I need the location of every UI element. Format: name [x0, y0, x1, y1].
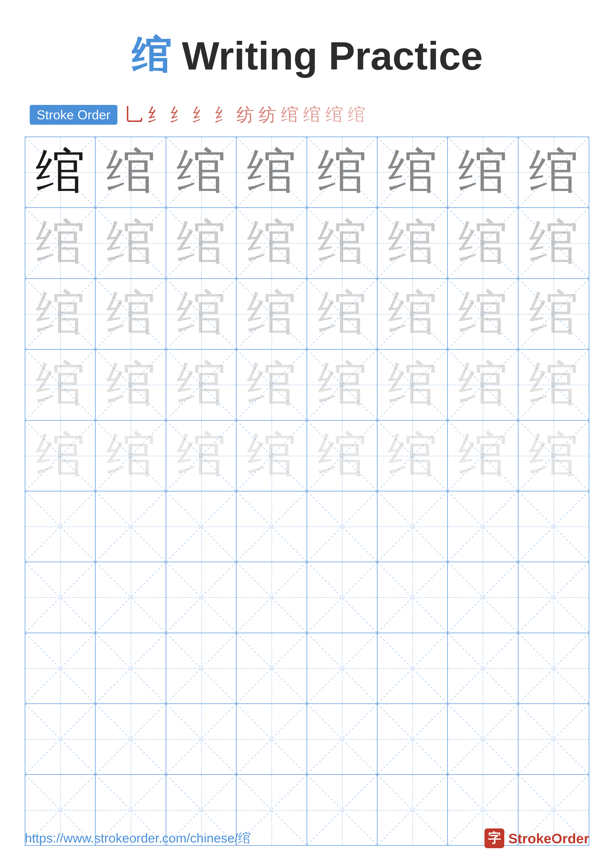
- stroke-order-row: Stroke Order 乚纟纟纟纟纺纺绾绾绾绾: [25, 103, 589, 127]
- grid-cell-2-7[interactable]: 绾: [518, 279, 589, 349]
- grid-cell-5-4[interactable]: [307, 491, 378, 562]
- grid-cell-8-4[interactable]: [307, 704, 378, 774]
- grid-cell-3-5[interactable]: 绾: [378, 350, 448, 420]
- grid-cell-8-6[interactable]: [448, 704, 518, 774]
- grid-cell-5-1[interactable]: [96, 491, 166, 562]
- grid-cell-6-5[interactable]: [378, 562, 448, 632]
- practice-char-2-7: 绾: [518, 279, 589, 349]
- grid-cell-7-7[interactable]: [518, 633, 589, 704]
- practice-char-4-0: 绾: [25, 421, 95, 491]
- practice-char-4-2: 绾: [166, 421, 236, 491]
- brand-icon: 字: [485, 828, 504, 848]
- grid-cell-3-6[interactable]: 绾: [448, 350, 518, 420]
- grid-cell-2-2[interactable]: 绾: [166, 279, 236, 349]
- grid-cell-3-0[interactable]: 绾: [25, 350, 96, 420]
- grid-cell-2-5[interactable]: 绾: [378, 279, 448, 349]
- grid-row-8: [25, 704, 589, 775]
- grid-cell-1-1[interactable]: 绾: [96, 208, 166, 278]
- grid-cell-0-4[interactable]: 绾: [307, 137, 378, 207]
- stroke-step-5: 纺: [236, 103, 254, 127]
- grid-cell-3-3[interactable]: 绾: [236, 350, 307, 420]
- grid-cell-0-2[interactable]: 绾: [166, 137, 236, 207]
- grid-cell-7-2[interactable]: [166, 633, 236, 704]
- title-text: Writing Practice: [171, 34, 483, 78]
- stroke-step-3: 纟: [192, 103, 210, 127]
- grid-cell-6-6[interactable]: [448, 562, 518, 632]
- grid-cell-4-0[interactable]: 绾: [25, 421, 96, 491]
- grid-row-6: [25, 562, 589, 633]
- stroke-step-6: 纺: [259, 103, 277, 127]
- grid-cell-4-4[interactable]: 绾: [307, 421, 378, 491]
- practice-char-1-4: 绾: [307, 208, 377, 278]
- grid-cell-7-6[interactable]: [448, 633, 518, 704]
- grid-cell-8-5[interactable]: [378, 704, 448, 774]
- practice-char-3-6: 绾: [448, 350, 518, 420]
- grid-row-2: 绾 绾 绾 绾 绾 绾 绾 绾: [25, 279, 589, 350]
- grid-cell-5-6[interactable]: [448, 491, 518, 562]
- practice-char-3-5: 绾: [378, 350, 447, 420]
- grid-cell-1-0[interactable]: 绾: [25, 208, 96, 278]
- grid-cell-4-3[interactable]: 绾: [236, 421, 307, 491]
- grid-cell-4-5[interactable]: 绾: [378, 421, 448, 491]
- grid-cell-0-6[interactable]: 绾: [448, 137, 518, 207]
- writing-grid[interactable]: 绾 绾 绾 绾 绾 绾 绾 绾: [25, 136, 589, 846]
- practice-char-4-1: 绾: [96, 421, 165, 491]
- grid-cell-4-1[interactable]: 绾: [96, 421, 166, 491]
- grid-cell-1-7[interactable]: 绾: [518, 208, 589, 278]
- stroke-step-1: 纟: [147, 103, 165, 127]
- grid-cell-3-1[interactable]: 绾: [96, 350, 166, 420]
- grid-cell-5-5[interactable]: [378, 491, 448, 562]
- grid-cell-5-7[interactable]: [518, 491, 589, 562]
- grid-cell-8-0[interactable]: [25, 704, 96, 774]
- grid-cell-1-3[interactable]: 绾: [236, 208, 307, 278]
- grid-cell-2-3[interactable]: 绾: [236, 279, 307, 349]
- grid-cell-1-2[interactable]: 绾: [166, 208, 236, 278]
- practice-char-0-2: 绾: [166, 137, 236, 207]
- grid-cell-6-3[interactable]: [236, 562, 307, 632]
- grid-cell-2-0[interactable]: 绾: [25, 279, 96, 349]
- grid-cell-7-5[interactable]: [378, 633, 448, 704]
- grid-cell-0-0[interactable]: 绾: [25, 137, 96, 207]
- grid-cell-8-2[interactable]: [166, 704, 236, 774]
- grid-cell-6-0[interactable]: [25, 562, 96, 632]
- grid-cell-5-0[interactable]: [25, 491, 96, 562]
- grid-cell-1-6[interactable]: 绾: [448, 208, 518, 278]
- grid-cell-8-3[interactable]: [236, 704, 307, 774]
- practice-char-3-7: 绾: [518, 350, 589, 420]
- grid-cell-8-7[interactable]: [518, 704, 589, 774]
- practice-char-2-5: 绾: [378, 279, 447, 349]
- grid-cell-6-2[interactable]: [166, 562, 236, 632]
- grid-cell-4-6[interactable]: 绾: [448, 421, 518, 491]
- grid-cell-5-3[interactable]: [236, 491, 307, 562]
- grid-cell-1-4[interactable]: 绾: [307, 208, 378, 278]
- grid-cell-4-7[interactable]: 绾: [518, 421, 589, 491]
- grid-cell-6-7[interactable]: [518, 562, 589, 632]
- grid-cell-7-1[interactable]: [96, 633, 166, 704]
- title-chinese-char: 绾: [131, 34, 171, 78]
- practice-char-4-4: 绾: [307, 421, 377, 491]
- grid-cell-0-7[interactable]: 绾: [518, 137, 589, 207]
- grid-cell-0-5[interactable]: 绾: [378, 137, 448, 207]
- grid-cell-1-5[interactable]: 绾: [378, 208, 448, 278]
- practice-char-3-1: 绾: [96, 350, 165, 420]
- grid-cell-0-1[interactable]: 绾: [96, 137, 166, 207]
- grid-cell-7-4[interactable]: [307, 633, 378, 704]
- grid-cell-8-1[interactable]: [96, 704, 166, 774]
- practice-char-0-5: 绾: [378, 137, 447, 207]
- grid-cell-4-2[interactable]: 绾: [166, 421, 236, 491]
- grid-cell-7-0[interactable]: [25, 633, 96, 704]
- grid-cell-7-3[interactable]: [236, 633, 307, 704]
- grid-cell-0-3[interactable]: 绾: [236, 137, 307, 207]
- grid-cell-3-4[interactable]: 绾: [307, 350, 378, 420]
- grid-cell-2-4[interactable]: 绾: [307, 279, 378, 349]
- grid-cell-2-6[interactable]: 绾: [448, 279, 518, 349]
- grid-cell-6-4[interactable]: [307, 562, 378, 632]
- grid-row-7: [25, 633, 589, 704]
- grid-cell-6-1[interactable]: [96, 562, 166, 632]
- grid-cell-2-1[interactable]: 绾: [96, 279, 166, 349]
- grid-cell-5-2[interactable]: [166, 491, 236, 562]
- grid-cell-3-2[interactable]: 绾: [166, 350, 236, 420]
- practice-char-2-2: 绾: [166, 279, 236, 349]
- practice-char-0-4: 绾: [307, 137, 377, 207]
- grid-cell-3-7[interactable]: 绾: [518, 350, 589, 420]
